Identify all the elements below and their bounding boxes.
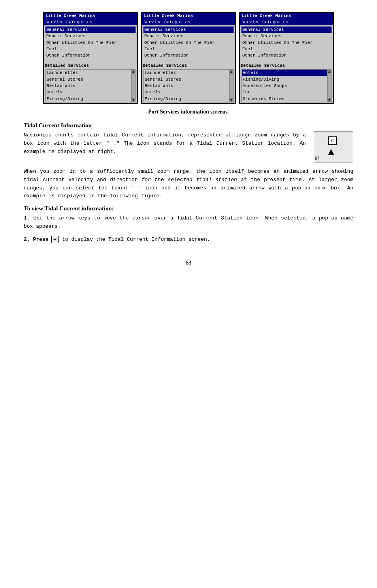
tidal-coord: 87 <box>315 156 319 161</box>
screen1-list: Launderettes General Stores Restaurants … <box>46 70 135 102</box>
screen1-cat-1[interactable]: Repair Services <box>45 33 136 39</box>
tidal-italic: for the selected tidal station <box>141 177 237 183</box>
step1-text: 1. Use the arrow keys to move the cursor… <box>24 214 353 231</box>
screen1-list-3[interactable]: Hotels <box>46 89 135 95</box>
screen2-list-2[interactable]: Restaurants <box>144 83 233 89</box>
tidal-image: C ▲ 87 <box>314 131 353 163</box>
screen2-list-1[interactable]: General Stores <box>144 76 233 83</box>
screen3-detailed-header: Detailed Services <box>240 63 333 68</box>
screen1-list-4[interactable]: Fishing/Diving <box>46 96 135 102</box>
screen2-list-4[interactable]: Fishing/Diving <box>144 96 233 102</box>
screen3-cat-4[interactable]: Other Information <box>241 52 332 59</box>
screen2-list-3[interactable]: Hotels <box>144 89 233 95</box>
screen3-cat-2[interactable]: Other Utilities On The Pier <box>241 40 332 46</box>
screen3-list-area: Hotels Fishing/Diving Accessories Shops … <box>241 69 332 102</box>
screen1-scrollbar[interactable]: ▲ ▼ <box>131 70 135 102</box>
tidal-row: Navionics charts contain Tidal Current i… <box>24 131 353 163</box>
screen1-cat-0[interactable]: General Services <box>45 26 136 33</box>
screen1-list-1[interactable]: General Stores <box>46 76 135 83</box>
screen2-cat-4[interactable]: Other Information <box>143 52 234 59</box>
step2-text: 2. Press ↵ to display the Tidal Current … <box>24 236 353 244</box>
tidal-paragraph2: When you zoom in to a sufficiently small… <box>24 168 353 200</box>
tidal-current-icon: C <box>328 136 337 145</box>
screen2-subtitle: Service Categories <box>142 19 235 25</box>
screen1-cat-3[interactable]: Fuel <box>45 46 136 52</box>
screen3-list: Hotels Fishing/Diving Accessories Shops … <box>242 70 331 102</box>
screen3-title: Little Creek Marina <box>240 13 333 19</box>
screen3-divider <box>240 59 333 61</box>
screen3-cat-1[interactable]: Repair Services <box>241 33 332 39</box>
screen3-scrollbar[interactable]: ▲ ▼ <box>327 70 331 102</box>
screen-panel-1: Little Creek Marina Service Categories G… <box>43 12 138 104</box>
screen2-cat-2[interactable]: Other Utilities On The Pier <box>143 40 234 46</box>
screen1-cat-2[interactable]: Other Utilities On The Pier <box>45 40 136 46</box>
page-number: 88 <box>24 260 353 266</box>
screen2-cat-3[interactable]: Fuel <box>143 46 234 52</box>
screen1-list-0[interactable]: Launderettes <box>46 70 135 76</box>
screen2-categories: General Services Repair Services Other U… <box>142 26 235 59</box>
page-content: Little Creek Marina Service Categories G… <box>24 12 353 266</box>
tidal-paragraph1: Navionics charts contain Tidal Current i… <box>24 131 306 156</box>
screen3-scroll-down[interactable]: ▼ <box>328 98 332 102</box>
screen1-divider <box>44 59 137 61</box>
screen3-list-3[interactable]: Ice <box>242 89 331 95</box>
screen2-scrollbar[interactable]: ▲ ▼ <box>229 70 233 102</box>
screen3-subtitle: Service Categories <box>240 19 333 25</box>
screen2-list-0[interactable]: Launderettes <box>144 70 233 76</box>
step2-suffix: to display the Tidal Current Information… <box>62 236 210 242</box>
screen1-categories: General Services Repair Services Other U… <box>44 26 137 59</box>
screen1-detailed-header: Detailed Services <box>44 63 137 68</box>
step2-number: 2. Press <box>24 236 48 242</box>
screen3-list-0[interactable]: Hotels <box>242 70 331 76</box>
screen3-cat-0[interactable]: General Services <box>241 26 332 33</box>
screen1-scroll-up[interactable]: ▲ <box>132 70 136 74</box>
screen1-subtitle: Service Categories <box>44 19 137 25</box>
screen-panel-3: Little Creek Marina Service Categories G… <box>239 12 334 104</box>
tidal-arrow-icon: ▲ <box>326 146 336 158</box>
screen1-scroll-down[interactable]: ▼ <box>132 98 136 102</box>
screen2-scroll-up[interactable]: ▲ <box>230 70 234 74</box>
screen2-list: Launderettes General Stores Restaurants … <box>144 70 233 102</box>
screen3-list-1[interactable]: Fishing/Diving <box>242 76 331 83</box>
screen2-list-area: Launderettes General Stores Restaurants … <box>143 69 234 102</box>
screen2-divider <box>142 59 235 61</box>
screen1-title: Little Creek Marina <box>44 13 137 19</box>
screen3-list-2[interactable]: Accessories Shops <box>242 83 331 89</box>
screens-row: Little Creek Marina Service Categories G… <box>24 12 353 104</box>
screen3-cat-3[interactable]: Fuel <box>241 46 332 52</box>
screen1-cat-4[interactable]: Other Information <box>45 52 136 59</box>
enter-key-icon[interactable]: ↵ <box>51 236 59 244</box>
screen2-detailed-header: Detailed Services <box>142 63 235 68</box>
screen3-categories: General Services Repair Services Other U… <box>240 26 333 59</box>
screen3-list-4[interactable]: Groceries Stores <box>242 96 331 102</box>
screen2-cat-0[interactable]: General Services <box>143 26 234 33</box>
screen1-list-area: Launderettes General Stores Restaurants … <box>45 69 136 102</box>
caption: Port Services information screens. <box>24 109 353 115</box>
screen1-list-2[interactable]: Restaurants <box>46 83 135 89</box>
screen2-scroll-down[interactable]: ▼ <box>230 98 234 102</box>
view-tidal-heading: To view Tidal Current information: <box>24 205 353 212</box>
screen2-cat-1[interactable]: Repair Services <box>143 33 234 39</box>
screen-panel-2: Little Creek Marina Service Categories G… <box>141 12 236 104</box>
tidal-heading: Tidal Current Information <box>24 122 353 129</box>
screen3-scroll-up[interactable]: ▲ <box>328 70 332 74</box>
screen2-title: Little Creek Marina <box>142 13 235 19</box>
